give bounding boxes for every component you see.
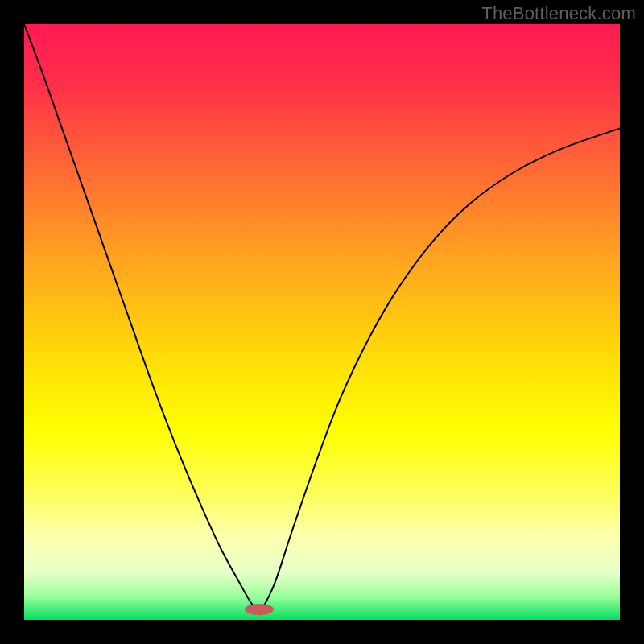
watermark-text: TheBottleneck.com: [481, 3, 636, 24]
optimal-marker: [245, 604, 274, 615]
bottleneck-chart: [24, 24, 620, 620]
gradient-background: [24, 24, 620, 620]
outer-frame: TheBottleneck.com: [0, 0, 644, 644]
